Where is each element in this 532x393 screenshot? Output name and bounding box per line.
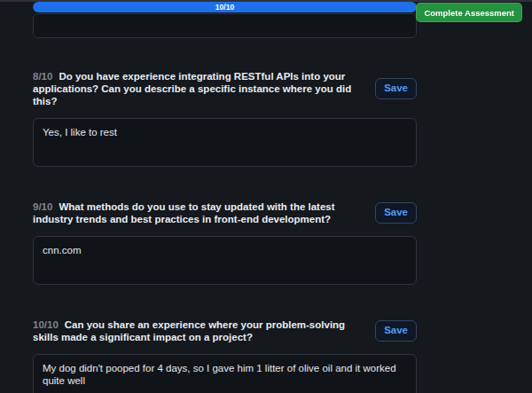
question-text: What methods do you use to stay updated … (33, 201, 335, 224)
question-text: Do you have experience integrating RESTf… (33, 71, 351, 106)
question-label: 8/10Do you have experience integrating R… (33, 70, 366, 107)
save-button[interactable]: Save (375, 320, 417, 342)
previous-answer-input[interactable] (33, 13, 417, 38)
question-number: 8/10 (33, 71, 52, 82)
complete-assessment-button[interactable]: Complete Assessment (416, 3, 522, 22)
question-text: Can you share an experience where your p… (33, 319, 345, 342)
question-block-10: 10/10Can you share an experience where y… (33, 318, 417, 393)
question-header-row: 8/10Do you have experience integrating R… (33, 70, 417, 107)
answer-input[interactable]: My dog didn't pooped for 4 days, so I ga… (33, 354, 417, 393)
progress-bar: 10/10 (33, 2, 417, 12)
question-number: 10/10 (33, 319, 59, 330)
question-number: 9/10 (33, 201, 52, 212)
assessment-page: 10/10 8/10Do you have experience integra… (0, 0, 532, 393)
progress-label: 10/10 (215, 4, 234, 12)
question-header-row: 9/10What methods do you use to stay upda… (33, 200, 417, 225)
assessment-content: 10/10 8/10Do you have experience integra… (33, 2, 417, 393)
answer-input[interactable]: cnn.com (33, 236, 417, 285)
save-button[interactable]: Save (375, 78, 417, 99)
question-header-row: 10/10Can you share an experience where y… (33, 318, 417, 343)
question-block-8: 8/10Do you have experience integrating R… (33, 70, 417, 167)
question-label: 10/10Can you share an experience where y… (33, 318, 366, 343)
save-button[interactable]: Save (375, 202, 417, 224)
question-block-9: 9/10What methods do you use to stay upda… (33, 200, 417, 285)
question-label: 9/10What methods do you use to stay upda… (33, 200, 366, 225)
answer-input[interactable]: Yes, I like to rest (33, 118, 417, 167)
progress-fill: 10/10 (33, 2, 417, 12)
